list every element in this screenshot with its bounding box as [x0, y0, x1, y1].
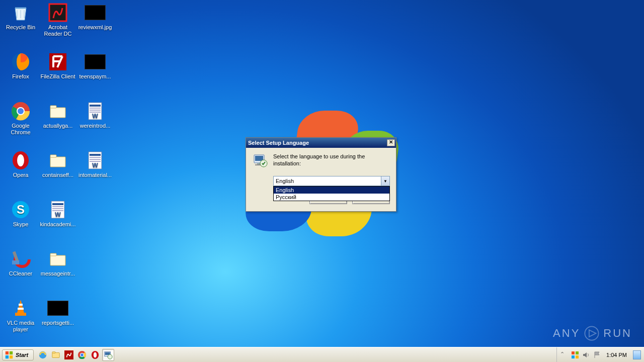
svg-rect-66	[572, 355, 575, 358]
desktop-icon-vlc-16[interactable]: VLC media player	[2, 298, 39, 333]
language-combobox[interactable]: English ▼	[273, 176, 390, 186]
desktop-icon-label: teenspaym...	[76, 73, 114, 80]
svg-rect-34	[13, 251, 19, 262]
desktop-icon-chrome-6[interactable]: Google Chrome	[2, 101, 39, 136]
svg-rect-10	[90, 105, 101, 107]
desktop-icon-label: VLC media player	[2, 320, 39, 333]
language-dropdown: English Русский	[273, 186, 390, 201]
svg-point-60	[94, 352, 97, 357]
desktop-icon-label: kindacademi...	[39, 221, 76, 228]
svg-rect-21	[90, 157, 101, 158]
tray-flag-icon[interactable]	[593, 351, 601, 359]
desktop-icon-ccleaner-14[interactable]: CCleaner	[2, 248, 39, 277]
desktop-icon-black-5[interactable]: teenspaym...	[76, 51, 114, 80]
svg-rect-22	[90, 159, 101, 160]
svg-rect-46	[6, 351, 9, 354]
word-icon: W	[47, 199, 68, 220]
firefox-icon	[10, 51, 31, 72]
desktop-icon-folder-10[interactable]: containseff...	[39, 150, 76, 178]
svg-point-63	[108, 354, 112, 359]
language-selected: English	[276, 178, 294, 184]
dialog-message: Select the language to use during the in…	[273, 153, 390, 169]
svg-rect-47	[10, 351, 13, 354]
word-icon: W	[85, 150, 106, 171]
desktop-icon-recycle-0[interactable]: Recycle Bin	[2, 2, 39, 31]
folder-icon	[47, 150, 68, 171]
opera-icon	[10, 150, 31, 171]
svg-rect-51	[52, 352, 59, 357]
quicklaunch-opera[interactable]	[89, 349, 101, 361]
desktop-icon-label: Acrobat Reader DC	[39, 24, 76, 37]
svg-rect-28	[52, 203, 63, 205]
svg-rect-40	[15, 313, 26, 316]
filezilla-icon	[47, 51, 68, 72]
svg-point-0	[585, 326, 599, 340]
windows-flag-icon	[5, 350, 14, 359]
show-desktop-button[interactable]	[633, 350, 641, 359]
anyrun-watermark: ANY RUN	[553, 325, 632, 342]
taskbar-clock[interactable]: 1:04 PM	[604, 352, 629, 358]
svg-rect-49	[10, 355, 13, 358]
desktop-icon-filezilla-4[interactable]: FileZilla Client	[39, 51, 76, 80]
desktop-icon-label: wereintrod...	[76, 123, 114, 129]
tray-expand-icon[interactable]: ⌃	[560, 351, 568, 359]
svg-rect-48	[6, 355, 9, 358]
language-option-english[interactable]: English	[274, 187, 389, 194]
svg-rect-12	[90, 110, 101, 111]
desktop-icon-folder-15[interactable]: messageintr...	[39, 248, 76, 277]
quicklaunch-explorer[interactable]	[50, 349, 62, 361]
recycle-icon	[10, 2, 31, 23]
desktop-icon-black-17[interactable]: reportsgetti...	[39, 298, 76, 326]
svg-text:W: W	[92, 113, 98, 120]
desktop-icon-label: Google Chrome	[2, 123, 39, 136]
quicklaunch-chrome[interactable]	[76, 349, 88, 361]
desktop-icon-acrobat-1[interactable]: Acrobat Reader DC	[39, 2, 76, 37]
black-icon	[85, 51, 106, 72]
desktop-icon-word-8[interactable]: Wwereintrod...	[76, 101, 114, 129]
svg-rect-20	[90, 154, 101, 156]
installer-icon	[252, 153, 268, 169]
svg-rect-39	[18, 308, 24, 310]
desktop-icon-label: Recycle Bin	[2, 24, 39, 31]
desktop-icon-firefox-3[interactable]: Firefox	[2, 51, 39, 80]
folder-icon	[47, 248, 68, 269]
quicklaunch-acrobat[interactable]	[63, 349, 75, 361]
desktop-icon-opera-9[interactable]: Opera	[2, 150, 39, 178]
dialog-close-button[interactable]: ✕	[387, 139, 395, 146]
desktop-icon-black-2[interactable]: reviewxml.jpg	[76, 2, 114, 31]
word-icon: W	[85, 101, 106, 122]
desktop-icon-word-13[interactable]: Wkindacademi...	[39, 199, 76, 228]
svg-text:W: W	[55, 211, 61, 218]
desktop-icon-label: Firefox	[2, 73, 39, 80]
skype-icon: S	[10, 199, 31, 220]
start-button[interactable]: Start	[2, 349, 34, 360]
svg-rect-38	[19, 304, 23, 306]
svg-rect-8	[50, 106, 56, 108]
chrome-icon	[10, 101, 31, 122]
svg-rect-64	[572, 351, 575, 354]
dialog-titlebar[interactable]: Select Setup Language ✕	[246, 138, 396, 148]
folder-icon	[47, 101, 68, 122]
desktop-icon-folder-7[interactable]: actuallyga...	[39, 101, 76, 129]
ccleaner-icon	[10, 248, 31, 269]
desktop-icon-skype-12[interactable]: SSkype	[2, 199, 39, 228]
svg-rect-65	[576, 351, 579, 354]
svg-rect-36	[50, 255, 65, 265]
svg-rect-11	[90, 108, 101, 109]
svg-rect-52	[52, 351, 55, 353]
svg-rect-18	[50, 155, 56, 157]
desktop-icon-label: messageintr...	[39, 270, 76, 277]
tray-security-icon[interactable]	[571, 351, 579, 359]
svg-text:S: S	[17, 203, 25, 216]
language-option-russian[interactable]: Русский	[274, 194, 389, 201]
quicklaunch-installer[interactable]	[102, 349, 114, 361]
svg-rect-67	[576, 355, 579, 358]
tray-volume-icon[interactable]	[582, 351, 590, 359]
quicklaunch-ie[interactable]	[37, 349, 49, 361]
svg-point-58	[80, 353, 84, 356]
svg-rect-17	[50, 157, 65, 167]
desktop-icon-word-11[interactable]: Wintomaterial...	[76, 150, 114, 178]
black-icon	[85, 2, 106, 23]
desktop-icon-label: reviewxml.jpg	[76, 24, 114, 31]
desktop-icon-label: reportsgetti...	[39, 320, 76, 326]
